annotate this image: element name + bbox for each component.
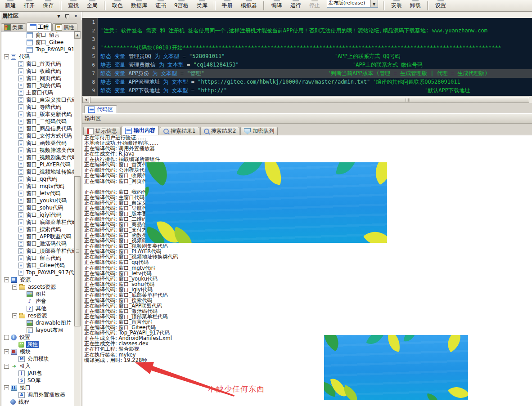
tree-item[interactable]: A调用外置播放器 [1,391,74,398]
tree-item[interactable]: 窗口_函数类代码 [1,139,74,147]
tree-item[interactable]: drawable图片 [1,319,74,326]
tree-item[interactable]: 窗口_letv代码 [1,190,74,197]
tree-item[interactable]: Top_PAYAPI_917 [1,46,74,53]
tree-item[interactable]: 窗口_支付方式代码 [1,132,74,139]
toolbar-button[interactable]: 类库 [193,0,212,11]
tree-item[interactable]: 窗口_二维码代码 [1,118,74,125]
tree-item[interactable]: 窗口_PLAYER代码 [1,161,74,168]
tree-item[interactable]: 窗口_Gitee代码 [1,262,74,269]
tree-scroll-thumb[interactable] [74,176,81,326]
panel-tab-proj[interactable]: 工程 [27,22,52,31]
tree-item[interactable]: SSO库 [1,377,74,384]
tree-item[interactable]: 窗口_Gitee [1,39,74,46]
toolbar-button[interactable]: 证书 [151,0,170,11]
tree-expander[interactable]: − [4,385,9,390]
tree-item[interactable]: 窗口_底部菜单栏代码 [1,219,74,226]
toolbar-button[interactable]: 保存 [39,0,58,11]
tree-item[interactable]: 窗口_qq代码 [1,175,74,183]
code-area-tabbar: 代码区 [82,103,532,114]
tree-item[interactable]: 窗口_自定义接口代码 [1,96,74,103]
editor-hscrollbar[interactable]: ◄ [82,96,532,103]
tree-item[interactable]: 窗口_版本更新代码 [1,111,74,118]
tree-item[interactable]: Top_PAYAPI_917代码 [1,269,74,276]
tree-item[interactable]: 窗口_首页代码 [1,60,74,67]
tree-item[interactable]: 窗口_视频地址转换类代码 [1,168,74,175]
tree-item[interactable]: 窗口_youku代码 [1,197,74,204]
tree-item[interactable]: −i设置 [1,334,74,341]
panel-menu-button[interactable]: ▼ [55,13,63,19]
doc-icon [18,248,23,254]
toolbar-button[interactable]: 新建 [1,0,20,11]
tree-item[interactable]: −代码 [1,53,74,60]
toolbar-button[interactable]: 数据库 [127,0,151,11]
tree-expander[interactable]: − [12,313,17,318]
tree-item[interactable]: −➜引入 [1,362,74,370]
toolbar-button[interactable]: 9宫格 [170,0,193,11]
toolbar-button[interactable]: 模拟器 [237,0,261,11]
panel-tab-lib[interactable]: 类库 [1,23,26,31]
tree-item[interactable]: 窗口_iqiyi代码 [1,211,74,219]
toolbar-button[interactable]: 查找 [64,0,83,11]
tree-item[interactable]: 窗口_视频剧集类代码 [1,154,74,161]
scroll-up-icon[interactable]: ▲ [74,31,81,39]
toolbar-button[interactable]: 设置 [431,0,450,11]
tree-scrollbar[interactable]: ▲ [74,31,81,406]
tree-item[interactable]: 主窗口代码 [1,89,74,96]
tree-item[interactable]: 窗口_留言 [1,31,74,39]
tree-item[interactable]: 窗口_商品信息代码 [1,125,74,132]
tree-expander[interactable]: − [4,335,9,340]
tree-item[interactable]: 窗口_sohu代码 [1,204,74,211]
tree-item[interactable]: M公用模块 [1,355,74,362]
toolbar-button[interactable]: 全局 [83,0,102,11]
toolbar-button[interactable]: 手册 [218,0,237,11]
tree-item[interactable]: 窗口_视频筛选类代码 [1,147,74,154]
tree-item[interactable]: 窗口_我的代码 [1,82,74,89]
tree-item[interactable]: 窗口_mgtv代码 [1,183,74,190]
tree-expander[interactable]: − [4,364,9,369]
tree-item[interactable]: 窗口_网页代码 [1,75,74,82]
tree-expander[interactable]: − [4,54,9,59]
toolbar-separator [427,1,429,10]
toolbar-button[interactable]: 卸载 [406,0,425,11]
tree-item[interactable]: 窗口_搜索代码 [1,226,74,233]
chevron-down-icon[interactable]: ▼ [370,0,378,7]
tree-expander[interactable]: − [4,277,9,282]
tree-item[interactable]: −res资源 [1,312,74,319]
tree-expander[interactable]: − [12,285,17,290]
tree-item[interactable]: 窗口_留言代码 [1,254,74,262]
code-editor[interactable]: 12'注意: 软件签名 需要 和 注册机 签名使用同一个,这样注册机才能被当前A… [82,18,532,96]
tree-item[interactable]: −assets资源 [1,283,74,290]
tree-item[interactable]: ?其他 [1,305,74,312]
tree-item[interactable]: 窗口_APP联盟代码 [1,233,74,240]
doc-icon [18,61,23,67]
toolbar-button[interactable]: 编译 [267,0,286,11]
tree-item[interactable]: 窗口_导航代码 [1,103,74,111]
tree-item[interactable]: JJAR包 [1,370,74,377]
panel-close-button[interactable]: ✕ [72,13,80,19]
tab-code-area[interactable]: 代码区 [84,105,117,113]
tree-item[interactable]: −接口 [1,384,74,391]
editor-scroll-thumb[interactable] [90,97,529,103]
properties-panel: 属性区 ▼ ✕ 类库工程属性 窗口_留言窗口_GiteeTop_PAYAPI_9… [0,12,82,406]
tree-item[interactable]: 属性 [1,341,74,348]
tree-expander[interactable]: − [4,349,9,354]
tree-item[interactable]: 图片 [1,290,74,298]
panel-tab-prop[interactable]: 属性 [52,23,77,31]
tree-item[interactable]: 窗口_激活码代码 [1,240,74,247]
build-config-select[interactable]: 发布版(release)▼ [327,0,378,8]
tree-item[interactable]: layout布局 [1,326,74,334]
tree-item[interactable]: 线程 [1,398,74,406]
tree-item[interactable]: 窗口_顶部菜单栏代码 [1,247,74,254]
tree-item[interactable]: −资源 [1,276,74,283]
toolbar-button[interactable]: 打开 [20,0,39,11]
toolbar-button[interactable]: 运行 [286,0,305,11]
panel-pin-button[interactable] [63,13,71,19]
tree-item[interactable]: −模块 [1,348,74,355]
tree-item[interactable]: 窗口_收藏代码 [1,67,74,75]
tree-item[interactable]: ♪声音 [1,298,74,305]
output-tab[interactable]: 输出内容 [122,126,159,135]
doc-icon [18,198,23,204]
scroll-left-icon[interactable]: ◄ [82,97,89,103]
toolbar-button[interactable]: 取色 [108,0,127,11]
toolbar-button[interactable]: 安装 [387,0,406,11]
